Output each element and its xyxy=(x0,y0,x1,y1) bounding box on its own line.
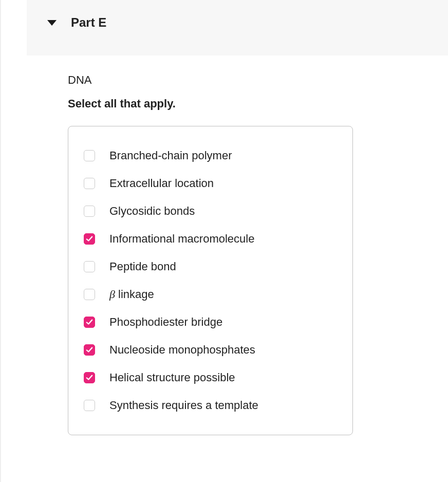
option-label: Informational macromolecule xyxy=(109,232,254,246)
question-body: DNA Select all that apply. Branched-chai… xyxy=(1,55,448,435)
option-row[interactable]: Helical structure possible xyxy=(84,364,337,392)
question-instruction: Select all that apply. xyxy=(68,97,427,110)
option-row[interactable]: β linkage xyxy=(84,281,337,308)
option-row[interactable]: Glycosidic bonds xyxy=(84,197,337,225)
checkbox[interactable] xyxy=(84,344,95,356)
checkbox[interactable] xyxy=(84,372,95,383)
option-row[interactable]: Nucleoside monophosphates xyxy=(84,336,337,364)
checkbox[interactable] xyxy=(84,289,95,300)
option-label: Synthesis requires a template xyxy=(109,399,258,412)
option-row[interactable]: Peptide bond xyxy=(84,253,337,281)
option-label: Glycosidic bonds xyxy=(109,205,195,218)
option-label: Peptide bond xyxy=(109,260,176,273)
option-label: Nucleoside monophosphates xyxy=(109,343,255,357)
option-row[interactable]: Synthesis requires a template xyxy=(84,392,337,419)
checkbox[interactable] xyxy=(84,261,95,272)
checkbox[interactable] xyxy=(84,233,95,245)
quiz-container: Part E DNA Select all that apply. Branch… xyxy=(0,0,448,482)
checkbox[interactable] xyxy=(84,400,95,411)
part-header[interactable]: Part E xyxy=(27,0,448,55)
checkbox[interactable] xyxy=(84,317,95,328)
option-label: Extracellular location xyxy=(109,177,214,190)
option-row[interactable]: Informational macromolecule xyxy=(84,225,337,253)
checkbox[interactable] xyxy=(84,178,95,189)
option-row[interactable]: Branched-chain polymer xyxy=(84,142,337,170)
checkbox[interactable] xyxy=(84,150,95,161)
caret-down-icon xyxy=(47,20,57,26)
part-title: Part E xyxy=(71,15,106,30)
option-label: Helical structure possible xyxy=(109,371,235,384)
option-label: Branched-chain polymer xyxy=(109,149,232,162)
question-subject: DNA xyxy=(68,73,427,87)
option-row[interactable]: Phosphodiester bridge xyxy=(84,308,337,336)
option-label: β linkage xyxy=(109,288,154,301)
checkbox[interactable] xyxy=(84,206,95,217)
option-row[interactable]: Extracellular location xyxy=(84,170,337,197)
options-group: Branched-chain polymerExtracellular loca… xyxy=(68,126,353,435)
option-label: Phosphodiester bridge xyxy=(109,316,222,329)
